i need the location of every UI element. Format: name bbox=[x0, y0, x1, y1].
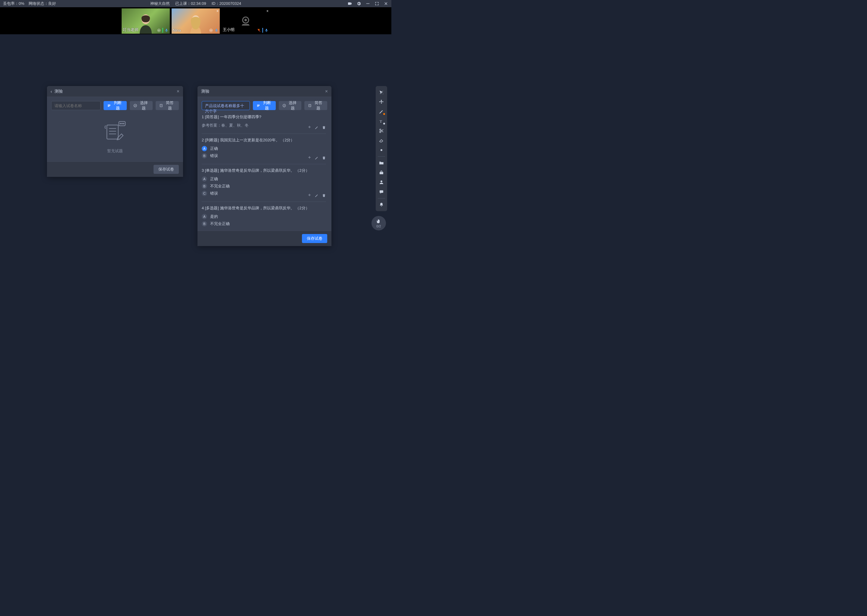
tab-short[interactable]: T 简答题 bbox=[304, 101, 327, 110]
rec-icon bbox=[209, 28, 213, 33]
settings-icon[interactable] bbox=[356, 1, 361, 6]
panel-close-icon[interactable]: × bbox=[177, 89, 180, 94]
option-row[interactable]: A正确 bbox=[202, 176, 326, 182]
panel-title: 测验 bbox=[201, 89, 210, 94]
option-text: 正确 bbox=[210, 176, 218, 182]
move-icon[interactable] bbox=[307, 156, 312, 161]
svg-point-6 bbox=[210, 30, 212, 31]
svg-rect-33 bbox=[380, 190, 383, 193]
tool-scissors[interactable] bbox=[377, 126, 386, 135]
mic-muted-icon bbox=[257, 28, 261, 33]
option-letter: A bbox=[202, 176, 207, 182]
video-name: 王小明 bbox=[223, 27, 235, 33]
option-row[interactable]: B不完全正确 bbox=[202, 184, 326, 189]
question-title: 4 [多选题] 施华洛世奇是反华品牌，所以梁鼎琪反华。 （2分） bbox=[202, 206, 326, 211]
tool-chat[interactable] bbox=[377, 187, 386, 196]
tab-label: 判断题 bbox=[262, 100, 272, 111]
top-bar: 丢包率：0% 网络状态：良好 神秘大自然 已上课：02:34:09 ID：202… bbox=[0, 0, 391, 7]
delete-icon[interactable] bbox=[322, 126, 326, 130]
tool-brightness[interactable] bbox=[377, 146, 386, 155]
video-name: 叮当老师 bbox=[123, 27, 139, 33]
tab-choice[interactable]: 选择题 bbox=[130, 101, 153, 110]
mic-icon bbox=[164, 28, 169, 33]
tab-judge[interactable]: 判断题 bbox=[104, 101, 127, 110]
save-quiz-button[interactable]: 保存试卷 bbox=[153, 165, 179, 174]
tool-eraser[interactable] bbox=[377, 136, 386, 145]
mic-icon bbox=[264, 28, 268, 33]
tile-close-icon[interactable]: × bbox=[216, 9, 219, 13]
svg-point-20 bbox=[123, 123, 124, 124]
edit-icon[interactable] bbox=[315, 126, 319, 130]
question-block: 4 [多选题] 施华洛世奇是反华品牌，所以梁鼎琪反华。 （2分）A是的B不完全正… bbox=[202, 206, 326, 226]
svg-rect-13 bbox=[107, 125, 118, 139]
video-indicators bbox=[209, 28, 219, 33]
close-icon[interactable] bbox=[383, 1, 388, 6]
quiz-panel-full: 测验 × 产品说试卷名称最多十六个字 判断题 选择题 T 简答题 1 [简答题]… bbox=[197, 86, 331, 246]
video-tile-nina[interactable]: × Nina bbox=[172, 8, 220, 34]
tool-pen[interactable] bbox=[377, 107, 386, 116]
question-title: 3 [单选题] 施华洛世奇是反华品牌，所以梁鼎琪反华。 （2分） bbox=[202, 168, 326, 173]
svg-text:T: T bbox=[309, 105, 311, 107]
back-icon[interactable]: ‹ bbox=[50, 89, 52, 94]
question-actions bbox=[307, 126, 326, 130]
fullscreen-icon[interactable] bbox=[375, 1, 379, 6]
delete-icon[interactable] bbox=[322, 156, 326, 161]
svg-point-19 bbox=[121, 123, 123, 124]
tool-user[interactable] bbox=[377, 178, 386, 187]
tab-choice[interactable]: 选择题 bbox=[279, 101, 302, 110]
svg-point-24 bbox=[383, 91, 383, 91]
elapsed-time: 已上课：02:34:09 bbox=[175, 1, 206, 6]
tool-move[interactable] bbox=[377, 97, 386, 107]
tab-judge[interactable]: 判断题 bbox=[253, 101, 276, 110]
quiz-name-input[interactable] bbox=[51, 101, 101, 110]
option-letter: B bbox=[202, 184, 207, 189]
svg-point-30 bbox=[380, 149, 382, 151]
raise-hand-button[interactable]: 0/2 bbox=[372, 216, 386, 230]
svg-point-3 bbox=[158, 30, 159, 31]
video-strip: 叮当老师 × Nina × 王小明 bbox=[0, 7, 391, 34]
question-block: 1 [简答题] 一年四季分别是哪四季?参考答案：春、夏、秋、冬 bbox=[202, 114, 326, 134]
tool-pointer[interactable] bbox=[377, 88, 386, 97]
option-text: 错误 bbox=[210, 191, 218, 196]
tab-label: 判断题 bbox=[113, 100, 123, 111]
save-quiz-button[interactable]: 保存试卷 bbox=[302, 234, 327, 243]
svg-rect-31 bbox=[380, 172, 383, 174]
delete-icon[interactable] bbox=[322, 193, 326, 198]
tool-toolbox[interactable] bbox=[377, 168, 386, 177]
option-row[interactable]: A是的 bbox=[202, 214, 326, 219]
tile-close-icon[interactable]: × bbox=[266, 9, 268, 13]
edit-icon[interactable] bbox=[315, 193, 319, 198]
video-tile-wang[interactable]: × 王小明 bbox=[222, 8, 270, 34]
svg-point-10 bbox=[134, 104, 136, 107]
tab-short[interactable]: T 简答题 bbox=[156, 101, 179, 110]
edit-icon[interactable] bbox=[315, 156, 319, 161]
question-title: 1 [简答题] 一年四季分别是哪四季? bbox=[202, 114, 326, 120]
quiz-name-field[interactable]: 产品说试卷名称最多十六个字 bbox=[202, 101, 250, 110]
camera-toggle-icon[interactable] bbox=[347, 1, 352, 6]
hand-count: 0/2 bbox=[376, 225, 381, 228]
option-row[interactable]: B不完全正确 bbox=[202, 221, 326, 226]
course-title: 神秘大自然 bbox=[150, 1, 170, 6]
svg-text:T: T bbox=[161, 105, 162, 107]
option-row[interactable]: A正确 bbox=[202, 146, 326, 151]
empty-state: 暂无试题 bbox=[51, 114, 179, 157]
move-icon[interactable] bbox=[307, 193, 312, 198]
tool-bell[interactable] bbox=[377, 200, 386, 209]
question-actions bbox=[307, 156, 326, 161]
option-text: 错误 bbox=[210, 153, 218, 159]
tool-folder[interactable] bbox=[377, 159, 386, 168]
minimize-icon[interactable] bbox=[366, 1, 370, 6]
question-list[interactable]: 1 [简答题] 一年四季分别是哪四季?参考答案：春、夏、秋、冬2 [判断题] 我… bbox=[202, 114, 327, 226]
video-indicators bbox=[157, 28, 169, 33]
svg-point-32 bbox=[380, 181, 382, 182]
panel-close-icon[interactable]: × bbox=[325, 89, 328, 94]
move-icon[interactable] bbox=[307, 126, 312, 130]
option-text: 不完全正确 bbox=[210, 221, 230, 226]
network-status: 网络状态：良好 bbox=[28, 1, 56, 6]
svg-point-8 bbox=[244, 19, 247, 21]
question-block: 3 [单选题] 施华洛世奇是反华品牌，所以梁鼎琪反华。 （2分）A正确B不完全正… bbox=[202, 168, 326, 202]
option-letter: A bbox=[202, 214, 207, 219]
video-tile-teacher[interactable]: 叮当老师 bbox=[121, 8, 170, 34]
option-letter: B bbox=[202, 153, 207, 159]
tool-text[interactable]: T bbox=[377, 117, 386, 126]
